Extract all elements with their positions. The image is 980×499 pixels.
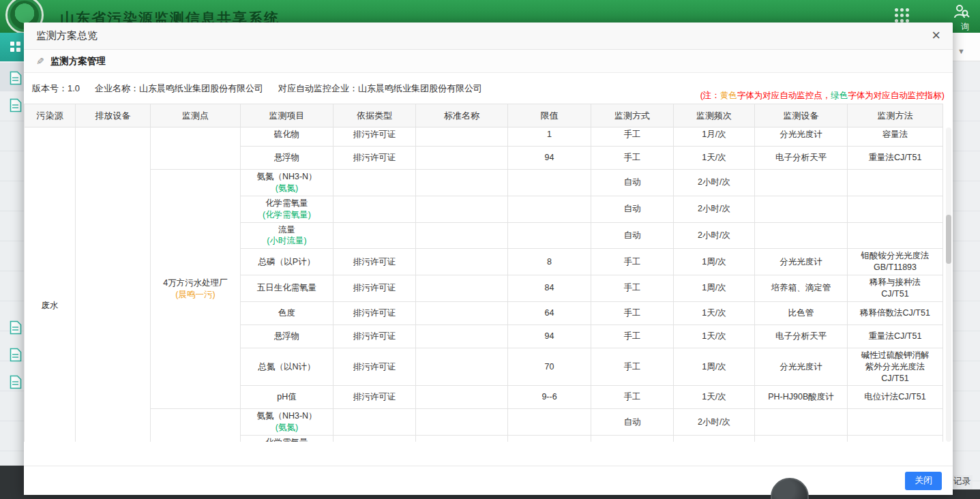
cell-monitor-frequency: 2小时/次 [674, 170, 755, 196]
column-header: 污染源 [25, 104, 76, 127]
cell-monitor-frequency: 1周/次 [674, 348, 755, 386]
query-label[interactable]: 询 [961, 21, 969, 33]
table-row: 4万方污水处理厂(晨鸣一污)氨氮（NH3-N）(氨氮)自动2小时/次 [25, 170, 943, 196]
cell-standard-name [416, 127, 508, 147]
monitor-point-auto-tag: (晨鸣一污) [153, 289, 237, 301]
cell-limit-value [508, 196, 591, 222]
cell-standard-name [416, 324, 508, 348]
auto-company-value: 山东晨鸣纸业集团股份有限公司 [358, 83, 482, 93]
file-icon[interactable] [10, 375, 22, 389]
apps-grid-icon[interactable] [895, 8, 909, 22]
cell-monitor-method: 碱性过硫酸钾消解 紫外分光光度法 CJ/T51 [848, 348, 943, 386]
close-icon[interactable]: × [927, 27, 945, 44]
cell-monitor-frequency: 1天/次 [674, 324, 755, 348]
cell-monitor-item: 硫化物 [241, 127, 333, 147]
cell-monitor-method [848, 436, 943, 442]
table-header-row: 污染源排放设备监测点监测项目依据类型标准名称限值监测方式监测频次监测设备监测方法 [25, 104, 943, 127]
cell-monitor-method: 钼酸铵分光光度法 GB/T11893 [848, 249, 943, 275]
cell-basis-type: 排污许可证 [333, 386, 416, 409]
cell-monitor-item: 五日生化需氧量 [241, 275, 333, 302]
cell-monitor-equipment: 比色管 [755, 301, 848, 324]
cell-monitor-method: 重量法CJ/T51 [848, 147, 943, 170]
modal-title: 监测方案总览 [36, 29, 98, 42]
cell-limit-value: 84 [508, 275, 591, 302]
file-icon[interactable] [10, 320, 22, 335]
chevron-down-icon[interactable]: ▼ [957, 47, 965, 55]
cell-monitor-method [848, 409, 943, 436]
column-header: 标准名称 [416, 104, 508, 127]
cell-standard-name [416, 436, 508, 442]
cell-limit-value [508, 436, 591, 442]
cell-monitor-frequency: 2小时/次 [674, 436, 755, 442]
cell-monitor-frequency: 2小时/次 [674, 222, 755, 249]
background-panel [953, 33, 980, 61]
cell-monitor-equipment: 分光光度计 [755, 127, 848, 147]
column-header: 监测频次 [674, 104, 755, 127]
plan-table-area: 污染源排放设备监测点监测项目依据类型标准名称限值监测方式监测频次监测设备监测方法… [24, 104, 953, 466]
file-icon[interactable] [10, 98, 22, 112]
cell-standard-name [416, 348, 508, 386]
cell-standard-name [416, 222, 508, 249]
cell-basis-type: 排污许可证 [333, 275, 416, 302]
modal-footer: 关闭 [24, 466, 953, 495]
cell-monitor-mode: 手工 [591, 324, 674, 348]
cell-limit-value: 9--6 [508, 386, 591, 409]
close-button[interactable]: 关闭 [905, 472, 942, 490]
vertical-scrollbar[interactable] [946, 127, 951, 442]
column-header: 限值 [508, 104, 591, 127]
monitor-item-auto-tag: (小时流量) [243, 235, 330, 247]
cell-monitor-equipment: 电子分析天平 [755, 324, 848, 348]
pencil-icon: ✎ [36, 56, 44, 67]
auto-company-pair: 对应自动监控企业：山东晨鸣纸业集团股份有限公司 [278, 82, 482, 95]
column-header: 监测设备 [755, 104, 848, 127]
cell-monitor-frequency: 2小时/次 [674, 409, 755, 436]
cell-limit-value: 70 [508, 348, 591, 386]
cell-standard-name [416, 147, 508, 170]
cell-monitor-method: 容量法 [848, 127, 943, 147]
section-header: ✎ 监测方案管理 [24, 50, 953, 73]
cell-basis-type: 排污许可证 [333, 127, 416, 147]
cell-monitor-item: 悬浮物 [241, 324, 333, 348]
cell-monitor-frequency: 1天/次 [674, 301, 755, 324]
person-search-icon[interactable] [951, 3, 970, 23]
cell-basis-type: 排污许可证 [333, 348, 416, 386]
cell-monitor-item: 色度 [241, 301, 333, 324]
cell-monitor-item: 悬浮物 [241, 147, 333, 170]
cell-monitor-frequency: 1周/次 [674, 275, 755, 302]
yellow-word: 黄色 [720, 91, 737, 100]
cell-standard-name [416, 386, 508, 409]
cell-standard-name [416, 196, 508, 222]
cell-limit-value [508, 409, 591, 436]
cell-standard-name [416, 170, 508, 196]
cell-basis-type: 排污许可证 [333, 324, 416, 348]
cell-monitor-method [848, 196, 943, 222]
cell-monitor-equipment [755, 436, 848, 442]
cell-monitor-equipment: 电子分析天平 [755, 147, 848, 170]
cell-limit-value: 94 [508, 324, 591, 348]
file-icon[interactable] [10, 71, 22, 85]
plan-table-head: 污染源排放设备监测点监测项目依据类型标准名称限值监测方式监测频次监测设备监测方法 [24, 104, 943, 127]
cell-monitor-frequency: 1周/次 [674, 249, 755, 275]
cell-monitor-method [848, 170, 943, 196]
record-count-label: 记录 [952, 475, 972, 489]
table-scroll-viewport[interactable]: 废水硫化物排污许可证1手工1月/次分光光度计容量法悬浮物排污许可证94手工1天/… [24, 127, 953, 442]
scrollbar-thumb[interactable] [946, 215, 951, 264]
menu-grid-icon[interactable] [10, 42, 20, 52]
column-header: 依据类型 [333, 104, 416, 127]
cell-monitor-equipment [755, 196, 848, 222]
cell-monitor-item: 总氮（以N计） [241, 348, 333, 386]
cell-discharge-equipment [76, 127, 151, 442]
cell-monitor-mode: 手工 [591, 147, 674, 170]
cell-basis-type [333, 170, 416, 196]
table-row: 废水硫化物排污许可证1手工1月/次分光光度计容量法 [25, 127, 943, 147]
cell-monitor-method: 重量法CJ/T51 [848, 324, 943, 348]
cell-monitor-point: 4万方污水处理厂(晨鸣一污) [151, 170, 241, 409]
cell-monitor-equipment: 分光光度计 [755, 348, 848, 386]
cell-monitor-equipment: 培养箱、滴定管 [755, 275, 848, 302]
file-icon[interactable] [10, 348, 22, 362]
cell-limit-value: 8 [508, 249, 591, 275]
cell-limit-value: 94 [508, 147, 591, 170]
cell-basis-type [333, 222, 416, 249]
version-value: 1.0 [68, 83, 80, 93]
cell-monitor-mode: 手工 [591, 348, 674, 386]
